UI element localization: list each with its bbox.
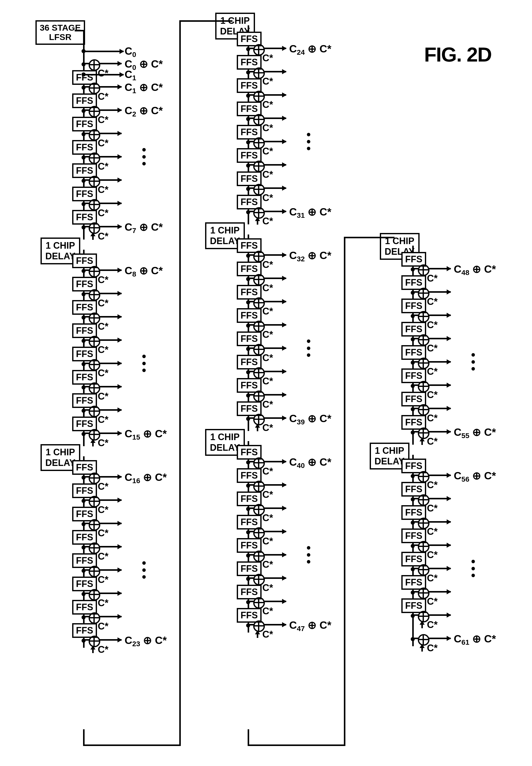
connector [83, 729, 85, 744]
output-label: C61 ⊕ C* [454, 633, 496, 646]
output-arrow [263, 601, 286, 602]
ellipsis-dots: ••• [306, 544, 311, 565]
node-dot [82, 49, 86, 53]
connector [179, 20, 232, 22]
output-arrow [99, 476, 122, 478]
output-arrow [428, 291, 451, 293]
output-arrow [263, 164, 286, 166]
cstar-label: C* [427, 643, 438, 654]
output-arrow [428, 268, 451, 269]
cstar-label: C* [98, 231, 108, 242]
cstar-label: C* [262, 99, 273, 110]
cstar-label: C* [427, 573, 438, 584]
output-arrow [99, 386, 122, 387]
output-arrow [428, 614, 451, 616]
output-arrow [263, 94, 286, 96]
cstar-label: C* [427, 480, 438, 490]
lfsr-out [75, 30, 84, 31]
cstar-label: C* [98, 551, 108, 562]
connector [83, 744, 179, 746]
output-arrow [263, 554, 286, 556]
connector [344, 237, 395, 238]
output-arrow [263, 301, 286, 302]
cstar-label: C* [98, 504, 108, 515]
output-arrow [263, 624, 286, 625]
cstar-label: C* [98, 298, 108, 309]
cstar-label: C* [427, 389, 438, 400]
cstar-label: C* [262, 399, 273, 410]
cstar-label: C* [262, 169, 273, 180]
cstar-label: C* [262, 216, 273, 227]
output-arrow [428, 361, 451, 363]
output-arrow [428, 384, 451, 386]
output-arrow [99, 109, 122, 111]
cstar-label: C* [262, 192, 273, 203]
cstar-label: C* [262, 53, 273, 64]
cstar-input [92, 233, 94, 240]
cstar-label: C* [98, 161, 108, 172]
output-arrow [99, 523, 122, 524]
ellipsis-dots: ••• [471, 558, 476, 579]
ellipsis-dots: ••• [471, 351, 476, 372]
cstar-label: C* [98, 68, 108, 79]
cstar-label: C* [262, 306, 273, 317]
output-arrow [263, 117, 286, 119]
output-arrow [99, 133, 122, 134]
output-arrow [263, 187, 286, 189]
output-arrow [99, 179, 122, 181]
output-label: C31 ⊕ C* [289, 206, 331, 220]
output-label: C39 ⊕ C* [289, 412, 331, 426]
cstar-label: C* [427, 320, 438, 330]
figure-label: FIG. 2D [424, 43, 491, 66]
output-arrow [99, 433, 122, 434]
output-label: C2 ⊕ C* [125, 104, 163, 118]
output-arrow [428, 498, 451, 499]
output-label: C7 ⊕ C* [125, 221, 163, 235]
output-arrow [263, 48, 286, 49]
output-arrow [263, 141, 286, 142]
output-arrow [99, 63, 122, 64]
output-arrow [99, 226, 122, 227]
ellipsis-dots: ••• [142, 353, 146, 374]
cstar-label: C* [98, 598, 108, 608]
cstar-label: C* [98, 481, 108, 492]
output-arrow [99, 156, 122, 158]
cstar-input [257, 424, 258, 431]
output-arrow [263, 71, 286, 72]
connector [248, 744, 344, 746]
cstar-label: C* [98, 438, 108, 448]
output-arrow [428, 521, 451, 523]
cstar-label: C* [427, 413, 438, 424]
output-label: C40 ⊕ C* [289, 456, 331, 470]
cstar-label: C* [98, 574, 108, 585]
cstar-input [257, 631, 258, 638]
ellipsis-dots: ••• [142, 560, 146, 581]
cstar-label: C* [262, 606, 273, 617]
output-arrow [99, 86, 122, 88]
output-label: C24 ⊕ C* [289, 43, 331, 56]
output-arrow [263, 417, 286, 419]
cstar-label: C* [427, 366, 438, 377]
output-label: C23 ⊕ C* [125, 634, 167, 648]
output-arrow [263, 394, 286, 396]
output-arrow [428, 408, 451, 409]
cstar-label: C* [427, 619, 438, 630]
cstar-label: C* [98, 184, 108, 195]
cstar-label: C* [262, 489, 273, 500]
output-label: C32 ⊕ C* [289, 249, 331, 263]
cstar-label: C* [98, 274, 108, 285]
output-arrow [99, 269, 122, 271]
cstar-label: C* [427, 296, 438, 307]
cstar-label: C* [98, 91, 108, 102]
output-arrow [263, 507, 286, 509]
output-arrow [428, 475, 451, 476]
output-arrow [99, 499, 122, 501]
output-arrow [99, 616, 122, 617]
output-arrow [263, 254, 286, 256]
cstar-label: C* [262, 559, 273, 570]
cstar-input [257, 218, 258, 225]
cstar-label: C* [262, 352, 273, 363]
cstar-label: C* [427, 526, 438, 537]
output-label: C56 ⊕ C* [454, 469, 496, 483]
output-arrow [428, 431, 451, 433]
